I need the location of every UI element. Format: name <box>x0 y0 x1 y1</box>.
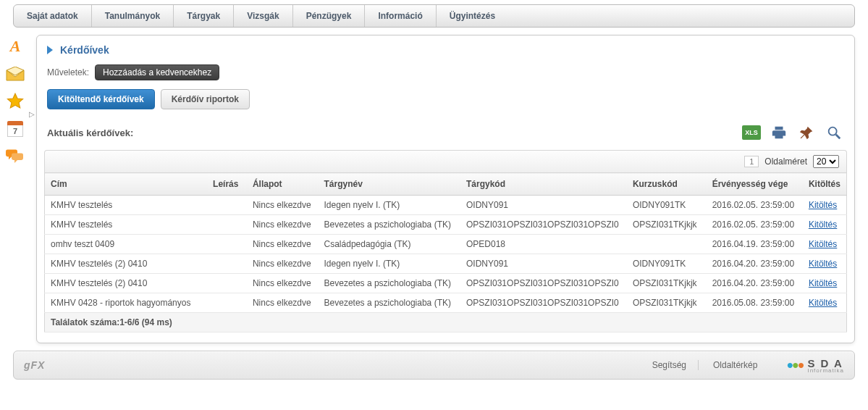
table-cell: Kitöltés <box>803 274 847 293</box>
table-cell: Bevezetes a pszichologiaba (TK) <box>319 293 460 313</box>
operations-row: Műveletek: Hozzáadás a kedvencekhez <box>44 63 847 88</box>
fill-link[interactable]: Kitöltés <box>809 200 837 210</box>
topmenu-item[interactable]: Tárgyak <box>174 5 234 27</box>
col-desc[interactable]: Leírás <box>207 173 247 196</box>
logo-a-icon[interactable]: A <box>4 36 26 57</box>
top-menu: Saját adatokTanulmányokTárgyakVizsgákPén… <box>13 4 855 28</box>
fill-link[interactable]: Kitöltés <box>809 219 837 230</box>
table-cell: Kitöltés <box>803 215 847 235</box>
table-cell: Nincs elkezdve <box>247 293 319 313</box>
fill-link[interactable]: Kitöltés <box>809 298 837 308</box>
table-cell: 2016.04.20. 23:59:00 <box>707 274 803 293</box>
favorites-icon[interactable] <box>4 91 26 112</box>
topmenu-item[interactable]: Vizsgák <box>234 5 292 27</box>
table-cell: OPSZI031TKjkjk <box>627 293 707 313</box>
col-valid[interactable]: Érvényesség vége <box>707 173 803 196</box>
table-cell: Kitöltés <box>803 293 847 313</box>
table-cell: 2016.04.20. 23:59:00 <box>707 254 803 274</box>
table-cell: Nincs elkezdve <box>247 215 319 235</box>
col-subcode[interactable]: Tárgykód <box>460 173 627 196</box>
expander-icon[interactable]: ▷ <box>29 109 35 119</box>
results-summary: Találatok száma:1-6/6 (94 ms) <box>45 313 847 332</box>
footer-sitemap-link[interactable]: Oldaltérkép <box>713 360 769 370</box>
pager: 1 Oldalméret 20 <box>44 150 847 172</box>
fill-link[interactable]: Kitöltés <box>809 239 837 249</box>
chat-icon[interactable] <box>4 146 26 167</box>
svg-line-3 <box>836 135 840 139</box>
table-cell: 2016.05.08. 23:59:00 <box>707 293 803 313</box>
table-cell: Kitöltés <box>803 254 847 274</box>
operations-label: Műveletek: <box>47 67 89 78</box>
tab-pending-questionnaires[interactable]: Kitöltendő kérdőívek <box>47 89 155 109</box>
svg-point-2 <box>829 127 837 135</box>
table-cell: KMHV tesztelés (2) 0410 <box>45 274 208 293</box>
add-favorites-button[interactable]: Hozzáadás a kedvencekhez <box>95 64 219 80</box>
col-fill[interactable]: Kitöltés <box>803 173 847 196</box>
section-header: Aktuális kérdőívek: XLS <box>44 117 847 146</box>
table-cell: OPSZI031TKjkjk <box>627 215 707 235</box>
table-cell <box>207 215 247 235</box>
table-cell: OPSZI031TKjkjk <box>627 274 707 293</box>
mail-icon[interactable] <box>4 64 26 84</box>
current-page[interactable]: 1 <box>744 156 759 167</box>
table-row: KMHV tesztelésNincs elkezdveBevezetes a … <box>45 215 847 235</box>
table-row: omhv teszt 0409Nincs elkezdveCsaládpedag… <box>45 235 847 254</box>
page-title: Kérdőívek <box>60 44 109 56</box>
table-cell: KMHV 0428 - riportok hagyományos <box>45 293 208 313</box>
sda-logo: ●●● S D A Informatika <box>786 357 844 374</box>
col-status[interactable]: Állapot <box>247 173 319 196</box>
table-cell: OPSZI031OPSZI031OPSZI031OPSZI0 <box>460 215 627 235</box>
table-cell: omhv teszt 0409 <box>45 235 208 254</box>
table-cell: 2016.02.05. 23:59:00 <box>707 215 803 235</box>
print-button[interactable] <box>769 122 789 143</box>
table-cell: Nincs elkezdve <box>247 254 319 274</box>
tab-questionnaire-reports[interactable]: Kérdőív riportok <box>161 89 250 109</box>
table-cell <box>207 196 247 215</box>
table-cell: KMHV tesztelés <box>45 215 208 235</box>
fill-link[interactable]: Kitöltés <box>809 278 837 288</box>
table-cell: Kitöltés <box>803 235 847 254</box>
table-cell: OIDNY091TK <box>627 196 707 215</box>
topmenu-item[interactable]: Saját adatok <box>14 5 92 27</box>
table-cell: KMHV tesztelés (2) 0410 <box>45 254 208 274</box>
table-cell <box>207 254 247 274</box>
table-header-row: Cím Leírás Állapot Tárgynév Tárgykód Kur… <box>45 173 847 196</box>
table-cell: Nincs elkezdve <box>247 196 319 215</box>
gfx-logo: gFX <box>24 359 45 371</box>
table-row: KMHV tesztelés (2) 0410Nincs elkezdveBev… <box>45 274 847 293</box>
table-cell <box>207 293 247 313</box>
table-cell <box>207 274 247 293</box>
table-cell: 2016.04.19. 23:59:00 <box>707 235 803 254</box>
table-row: KMHV tesztelés (2) 0410Nincs elkezdveIde… <box>45 254 847 274</box>
table-cell: OIDNY091 <box>460 196 627 215</box>
main-panel: Kérdőívek Műveletek: Hozzáadás a kedvenc… <box>36 35 855 343</box>
footer-help-link[interactable]: Segítség <box>652 360 699 370</box>
table-cell <box>627 235 707 254</box>
calendar-icon[interactable]: 7 <box>4 119 26 139</box>
page-size-select[interactable]: 20 <box>813 155 839 168</box>
fill-link[interactable]: Kitöltés <box>809 259 837 269</box>
table-cell: Idegen nyelv I. (TK) <box>319 196 460 215</box>
table-cell: Kitöltés <box>803 196 847 215</box>
topmenu-item[interactable]: Tanulmányok <box>92 5 174 27</box>
side-strip: A 7 <box>1 36 29 167</box>
chevron-right-icon[interactable] <box>47 46 53 54</box>
topmenu-item[interactable]: Pénzügyek <box>293 5 366 27</box>
sda-brand-sub: Informatika <box>807 367 844 374</box>
table-cell: Idegen nyelv I. (TK) <box>319 254 460 274</box>
topmenu-item[interactable]: Ügyintézés <box>437 5 508 27</box>
col-course[interactable]: Kurzuskód <box>627 173 707 196</box>
col-subject[interactable]: Tárgynév <box>319 173 460 196</box>
search-button[interactable] <box>824 122 844 143</box>
topmenu-item[interactable]: Információ <box>365 5 436 27</box>
table-cell: Családpedagógia (TK) <box>319 235 460 254</box>
results-summary-row: Találatok száma:1-6/6 (94 ms) <box>45 313 847 332</box>
export-xls-button[interactable]: XLS <box>741 122 762 143</box>
tabs: Kitöltendő kérdőívek Kérdőív riportok <box>44 88 847 117</box>
pin-button[interactable] <box>796 122 817 143</box>
col-title[interactable]: Cím <box>45 173 208 196</box>
table-cell: OIDNY091TK <box>627 254 707 274</box>
table-cell: 2016.02.05. 23:59:00 <box>707 196 803 215</box>
table-row: KMHV tesztelésNincs elkezdveIdegen nyelv… <box>45 196 847 215</box>
panel-header: Kérdőívek <box>44 41 847 63</box>
